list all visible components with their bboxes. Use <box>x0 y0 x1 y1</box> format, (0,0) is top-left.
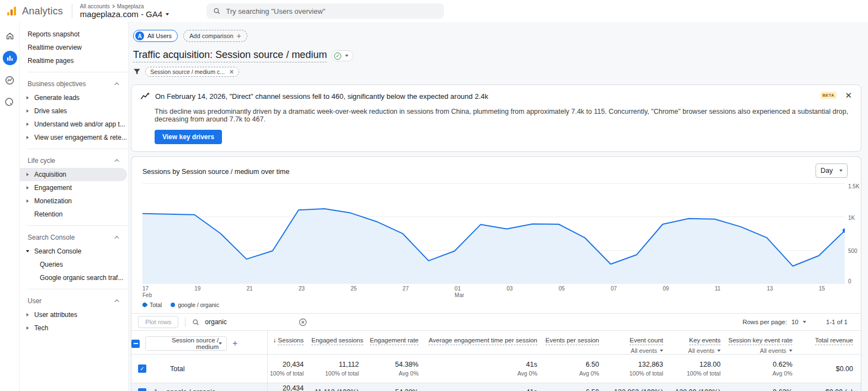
home-icon[interactable] <box>3 29 17 43</box>
sidebar-item-engagement[interactable]: Engagement <box>20 181 128 194</box>
rows-per-page-caret-icon[interactable] <box>803 321 806 323</box>
close-insight-icon[interactable]: ✕ <box>845 91 852 101</box>
logo-text: Analytics <box>22 6 63 17</box>
nav-section-search-console[interactable]: Search Console <box>20 230 128 245</box>
row-cell-sessions: 20,434 (100%) <box>267 383 311 391</box>
subfilter-caret-icon <box>660 350 663 352</box>
expand-arrow-icon <box>24 96 31 99</box>
column-header-key-events[interactable]: Key eventsAll events <box>671 331 728 355</box>
sidebar-item-view-user-engagement-rete[interactable]: View user engagement & rete... <box>20 131 128 144</box>
global-search[interactable] <box>207 3 444 19</box>
add-comparison-chip[interactable]: Add comparison + <box>183 30 247 42</box>
nav-section-business-objectives[interactable]: Business objectives <box>20 77 128 91</box>
sidebar-item-reports-snapshot[interactable]: Reports snapshot <box>20 28 128 41</box>
table-search[interactable] <box>192 318 307 326</box>
reports-icon[interactable] <box>3 51 17 65</box>
row-cell-event-count: 132,863 (100%) <box>607 383 671 391</box>
sidebar-item-label: Retention <box>34 210 62 218</box>
legend-label: Total <box>150 302 162 308</box>
row-cell-session-key-event-rate: 0.62% <box>728 383 800 391</box>
column-header-average-engagement-time-per-session[interactable]: Average engagement time per session <box>426 331 545 355</box>
collapse-section-icon[interactable] <box>114 236 119 240</box>
total-cell-sessions: 20,434100% of total <box>267 355 311 383</box>
column-header-events-per-session[interactable]: Events per session <box>545 331 607 355</box>
sidebar-item-google-organic-search-traf[interactable]: Google organic search traf... <box>20 271 128 284</box>
add-dimension-icon[interactable]: + <box>232 339 237 348</box>
breadcrumb: All accounts Mageplaza <box>80 3 169 9</box>
rows-per-page-label: Rows per page: <box>743 319 787 325</box>
column-header-engaged-sessions[interactable]: Engaged sessions <box>311 331 367 355</box>
granularity-caret-icon <box>839 170 843 172</box>
chart-title: Sessions by Session source / medium over… <box>142 163 289 176</box>
row-checkbox[interactable]: ✓ <box>138 388 146 391</box>
table-row[interactable]: ✓1google / organic20,434 (100%)11,112 (1… <box>131 383 861 391</box>
insight-body: This decline was predominantly driven by… <box>155 108 852 123</box>
view-key-drivers-button[interactable]: View key drivers <box>155 130 222 144</box>
subfilter-label: All events <box>631 347 657 354</box>
rows-per-page-value[interactable]: 10 <box>791 319 798 325</box>
column-header-session-key-event-rate[interactable]: Session key event rateAll events <box>728 331 800 355</box>
all-users-chip[interactable]: A All Users <box>133 30 178 42</box>
column-subfilter[interactable]: All events <box>607 347 663 354</box>
x-tick-label: 01Mar <box>454 286 477 299</box>
chart-legend: Totalgoogle / organic <box>142 300 861 310</box>
nav-divider <box>28 289 128 289</box>
y-tick-label: 0 <box>848 278 851 284</box>
analytics-logo[interactable]: Analytics <box>6 5 63 17</box>
insights-icon <box>140 92 150 101</box>
sidebar-item-monetization[interactable]: Monetization <box>20 194 128 208</box>
sidebar-item-realtime-pages[interactable]: Realtime pages <box>20 54 128 67</box>
column-header-event-count[interactable]: Event countAll events <box>607 331 671 355</box>
dimension-select-label: Session source / medium <box>150 337 219 350</box>
x-tick-label: 03 <box>507 286 529 292</box>
nav-section-life-cycle[interactable]: Life cycle <box>20 154 128 168</box>
toolbar-separator <box>185 317 186 327</box>
table-head: Session source / medium+↓SessionsEngaged… <box>131 331 861 355</box>
table-search-input[interactable] <box>205 318 293 326</box>
sidebar-item-generate-leads[interactable]: Generate leads <box>20 91 128 104</box>
report-status-badge[interactable]: ✓ <box>331 50 353 61</box>
dimension-select[interactable]: Session source / medium <box>145 336 227 351</box>
total-cell-average-engagement-time-per-session: 41sAvg 0% <box>426 355 545 383</box>
sidebar-item-user-attributes[interactable]: User attributes <box>20 308 128 321</box>
column-subfilter[interactable]: All events <box>728 347 792 354</box>
clear-search-icon[interactable] <box>299 318 307 326</box>
global-search-input[interactable] <box>226 7 437 15</box>
remove-filter-icon[interactable]: ✕ <box>229 69 234 75</box>
sidebar-item-realtime-overview[interactable]: Realtime overview <box>20 41 128 54</box>
sidebar-item-understand-web-and-or-app-t[interactable]: Understand web and/or app t... <box>20 118 128 131</box>
collapse-section-icon[interactable] <box>114 159 119 163</box>
sidebar-item-acquisition[interactable]: Acquisition <box>20 168 127 181</box>
column-subfilter[interactable]: All events <box>671 347 721 354</box>
total-row-checkbox[interactable]: ✓ <box>138 364 146 373</box>
sidebar-item-drive-sales[interactable]: Drive sales <box>20 104 128 118</box>
column-header-engagement-rate[interactable]: Engagement rate <box>367 331 426 355</box>
expand-arrow-icon <box>24 173 31 176</box>
sidebar-item-label: Realtime pages <box>28 57 73 65</box>
sidebar-item-tech[interactable]: Tech <box>20 321 128 335</box>
sidebar-item-queries[interactable]: Queries <box>20 258 128 271</box>
explore-icon[interactable] <box>3 73 17 87</box>
nav-section-user[interactable]: User <box>20 294 128 308</box>
comparison-avatar: A <box>135 31 144 40</box>
y-tick-label: 1.5K <box>848 183 860 189</box>
select-all-checkbox[interactable] <box>131 340 140 348</box>
active-filter-chip[interactable]: Session source / medium c... ✕ <box>145 67 239 77</box>
column-header-sessions[interactable]: ↓Sessions <box>267 331 311 355</box>
sidebar-item-label: Engagement <box>34 184 72 192</box>
property-switcher[interactable]: All accounts Mageplaza mageplaza.com - G… <box>80 3 169 19</box>
row-cell-engagement-rate: 54.38% <box>367 383 426 391</box>
collapse-section-icon[interactable] <box>114 299 119 304</box>
column-header-total-revenue[interactable]: Total revenue <box>800 331 861 355</box>
granularity-select[interactable]: Day <box>816 163 848 178</box>
sidebar-item-search-console[interactable]: Search Console <box>20 245 128 258</box>
sidebar-item-label: Queries <box>40 261 63 268</box>
nav-section-label: Life cycle <box>28 157 55 165</box>
sidebar-item-retention[interactable]: Retention <box>20 208 128 221</box>
advertising-icon[interactable] <box>3 95 17 109</box>
plot-rows-button[interactable]: Plot rows <box>138 316 178 328</box>
legend-label: google / organic <box>178 302 219 308</box>
collapse-section-icon[interactable] <box>114 82 119 87</box>
total-cell-engagement-rate: 54.38%Avg 0% <box>367 355 426 383</box>
series-dot-icon <box>171 303 175 307</box>
